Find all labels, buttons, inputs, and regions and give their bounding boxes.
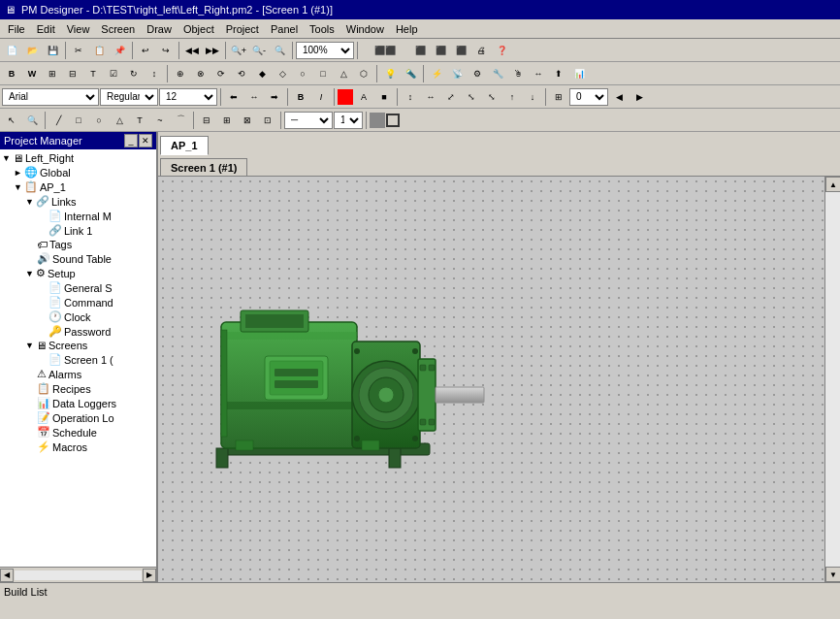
menu-edit[interactable]: Edit (31, 21, 61, 37)
tree-item-screen1[interactable]: 📄Screen 1 ( (2, 352, 154, 367)
tb4-line-style[interactable]: ─ (284, 112, 333, 129)
tree-item-sound_table[interactable]: 🔊Sound Table (2, 251, 154, 266)
tree-item-left_right[interactable]: ▼🖥Left_Right (2, 151, 154, 165)
tb4-border[interactable] (386, 114, 400, 127)
tb-help[interactable]: ❓ (492, 41, 511, 60)
tb2-check[interactable]: ☑ (104, 64, 123, 83)
tb-redo[interactable]: ↪ (156, 41, 176, 60)
tb2-a2[interactable]: 📡 (447, 64, 467, 83)
tb4-line-width[interactable]: 1 (334, 112, 363, 129)
tb3-x4[interactable]: ⤡ (462, 87, 481, 107)
tb3-layer[interactable]: 0 (569, 88, 608, 106)
tb4-select[interactable]: ↖ (2, 111, 21, 130)
tb-save[interactable]: 💾 (43, 41, 62, 60)
tb-zoom-out[interactable]: 🔍- (249, 41, 269, 60)
menu-help[interactable]: Help (390, 21, 424, 37)
tree-item-links[interactable]: ▼🔗Links (2, 194, 154, 209)
tree-item-clock[interactable]: 🕐Clock (2, 310, 154, 324)
tree-item-link1[interactable]: 🔗Link 1 (2, 223, 154, 238)
tb3-x1[interactable]: ↕ (401, 87, 420, 107)
tb2-grid2[interactable]: ⊟ (63, 64, 82, 83)
tb3-x3[interactable]: ⤢ (441, 87, 461, 107)
tb3-x10[interactable]: ▶ (630, 87, 649, 107)
tb2-t[interactable]: T (83, 64, 103, 83)
menu-view[interactable]: View (61, 21, 96, 37)
tb2-s3[interactable]: ○ (293, 64, 312, 83)
tb-cut[interactable]: ✂ (69, 41, 88, 60)
tb2-circ[interactable]: ↻ (124, 64, 144, 83)
tb2-a5[interactable]: 🖱 (508, 64, 528, 83)
tb3-x5[interactable]: ⤡ (482, 87, 501, 107)
tb-b3[interactable]: ⬛ (431, 41, 450, 60)
scroll-up-btn[interactable]: ▲ (825, 177, 840, 192)
tb-undo[interactable]: ↩ (136, 41, 155, 60)
tb2-arr[interactable]: ↕ (145, 64, 164, 83)
pm-hscroll-right[interactable]: ▶ (143, 569, 156, 582)
tb4-zoom[interactable]: 🔍 (22, 111, 42, 130)
tree-arrow-left_right[interactable]: ▼ (2, 153, 11, 163)
menu-project[interactable]: Project (220, 21, 265, 37)
tb4-m1[interactable]: ⊟ (197, 111, 216, 130)
tb2-sel[interactable]: ⊕ (171, 64, 190, 83)
tree-item-ap1[interactable]: ▼📋AP_1 (2, 179, 154, 194)
tree-item-global[interactable]: ►🌐Global (2, 165, 154, 179)
tree-item-recipes[interactable]: 📋Recipes (2, 381, 154, 396)
tb4-arc[interactable]: ⌒ (171, 111, 190, 130)
menu-screen[interactable]: Screen (95, 21, 141, 37)
tb2-arr2[interactable]: ⟳ (211, 64, 231, 83)
tb4-text[interactable]: T (130, 111, 149, 130)
tb3-style[interactable]: Regular (100, 88, 158, 106)
tb2-s1[interactable]: ◆ (252, 64, 272, 83)
tb4-m4[interactable]: ⊡ (258, 111, 277, 130)
tree-arrow-links[interactable]: ▼ (25, 197, 34, 207)
tb3-x6[interactable]: ↑ (502, 87, 522, 107)
tb3-align-l[interactable]: ⬅ (224, 87, 243, 107)
tb4-m3[interactable]: ⊠ (238, 111, 257, 130)
menu-tools[interactable]: Tools (304, 21, 340, 37)
tb4-line[interactable]: ╱ (48, 111, 68, 130)
tb-copy[interactable]: 📋 (89, 41, 109, 60)
tree-arrow-ap1[interactable]: ▼ (14, 182, 22, 192)
tb2-a8[interactable]: 📊 (569, 64, 589, 83)
tb-screen-next[interactable]: ▶▶ (203, 41, 222, 60)
tab-screen1[interactable]: Screen 1 (#1) (160, 158, 247, 176)
pm-minimize-btn[interactable]: _ (124, 134, 138, 147)
tb2-arr3[interactable]: ⟲ (232, 64, 251, 83)
tree-arrow-global[interactable]: ► (14, 168, 22, 178)
tree-item-general_s[interactable]: 📄General S (2, 280, 154, 295)
tb4-m2[interactable]: ⊞ (217, 111, 237, 130)
tb2-a7[interactable]: ⬆ (549, 64, 568, 83)
tb4-poly[interactable]: △ (110, 111, 129, 130)
tb3-x2[interactable]: ↔ (421, 87, 440, 107)
tb3-x8[interactable]: ⊞ (549, 87, 568, 107)
tb2-s2[interactable]: ◇ (273, 64, 292, 83)
tree-item-operation_log[interactable]: 📝Operation Lo (2, 410, 154, 425)
tb2-sel2[interactable]: ⊗ (191, 64, 210, 83)
tb3-x9[interactable]: ◀ (609, 87, 629, 107)
tb3-x7[interactable]: ↓ (523, 87, 542, 107)
tb3-color[interactable] (338, 89, 353, 105)
scroll-track[interactable] (825, 192, 840, 567)
tb2-a3[interactable]: ⚙ (468, 64, 487, 83)
tb4-rect[interactable]: □ (69, 111, 88, 130)
tree-item-screens[interactable]: ▼🖥Screens (2, 339, 154, 352)
tab-ap1[interactable]: AP_1 (160, 136, 209, 155)
tb2-b[interactable]: B (2, 64, 21, 83)
tb-paste[interactable]: 📌 (110, 41, 129, 60)
tb2-lamp2[interactable]: 🔦 (401, 64, 420, 83)
tb-zoom-in[interactable]: 🔍+ (229, 41, 248, 60)
tree-item-password[interactable]: 🔑Password (2, 324, 154, 339)
tb3-align-r[interactable]: ➡ (265, 87, 284, 107)
tree-item-data_loggers[interactable]: 📊Data Loggers (2, 396, 154, 410)
tb3-size[interactable]: 12 (159, 88, 217, 106)
tb2-a4[interactable]: 🔧 (488, 64, 507, 83)
tb3-align-c[interactable]: ↔ (244, 87, 264, 107)
tb-new[interactable]: 📄 (2, 41, 21, 60)
tree-item-schedule[interactable]: 📅Schedule (2, 425, 154, 440)
tb3-fg[interactable]: A (354, 87, 373, 107)
tree-item-command[interactable]: 📄Command (2, 295, 154, 310)
menu-panel[interactable]: Panel (265, 21, 304, 37)
scroll-down-btn[interactable]: ▼ (825, 567, 840, 582)
tree-item-setup[interactable]: ▼⚙Setup (2, 266, 154, 280)
tb-open[interactable]: 📂 (22, 41, 42, 60)
